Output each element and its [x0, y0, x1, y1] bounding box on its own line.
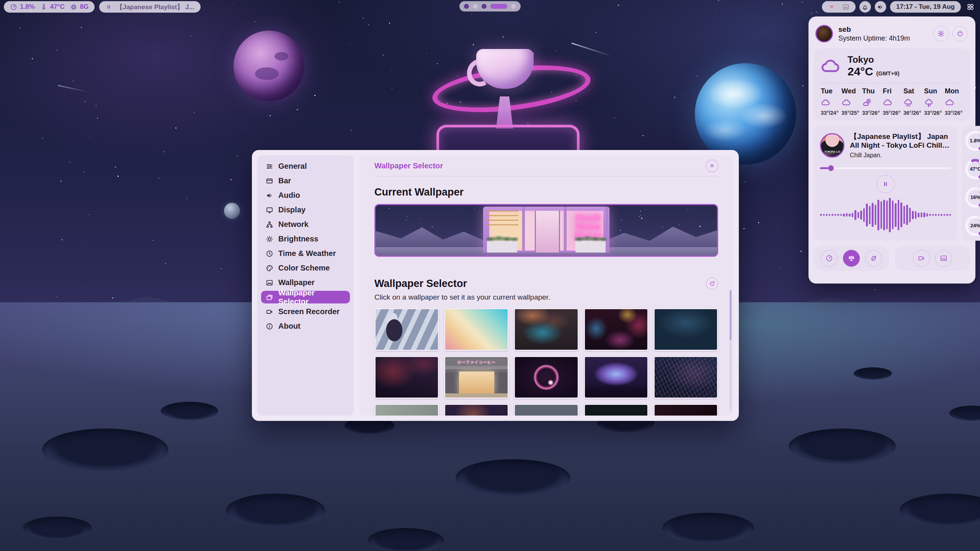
- leaf-icon: [870, 254, 877, 262]
- wallpaper-thumbnail-anime-crosswalk[interactable]: [374, 308, 439, 351]
- sidebar-item-general[interactable]: General: [261, 160, 350, 173]
- image-icon: [266, 279, 273, 287]
- cpu-temp: 47°C: [40, 3, 65, 11]
- powersaver-profile-button[interactable]: [865, 250, 882, 267]
- weather-timezone: (GMT+9): [876, 70, 899, 77]
- scrollbar-thumb[interactable]: [730, 290, 732, 340]
- wallpaper-thumbnail-blur-teal-orange[interactable]: [514, 308, 578, 351]
- wallpaper-thumbnail-slate-gradient[interactable]: [514, 404, 578, 416]
- media-artist: Chill Japan.: [850, 152, 951, 159]
- wallpaper-thumbnail-dark-maroon[interactable]: [653, 404, 718, 416]
- stat-ring: 47°C: [964, 158, 980, 180]
- stat-value: 1.8%: [964, 130, 980, 152]
- sidebar-item-time-weather[interactable]: Time & Weather: [261, 247, 350, 260]
- gear-icon: [937, 30, 945, 37]
- forecast-day-label: Thu: [862, 87, 875, 95]
- slider-knob[interactable]: [828, 165, 834, 171]
- forecast-day: Fri 35°/26°: [883, 87, 901, 116]
- forecast-day: Mon 33°/26°: [945, 87, 963, 116]
- sun-cloud-icon: [862, 98, 872, 108]
- wallpaper-thumbnail-purple-ring[interactable]: [514, 356, 578, 399]
- power-profile-group: [814, 246, 889, 271]
- network-icon: [266, 221, 273, 228]
- settings-button[interactable]: [933, 26, 949, 41]
- user-name: seb: [838, 25, 910, 34]
- stat-value: 47°C: [964, 158, 980, 180]
- sidebar-item-color-scheme[interactable]: Color Scheme: [261, 262, 350, 274]
- screen-record-button[interactable]: [913, 250, 930, 267]
- app-launcher-button[interactable]: [965, 1, 976, 13]
- forecast-day: Thu 33°/26°: [862, 87, 880, 116]
- shop-sign-text: ローファイコーヒー: [445, 360, 508, 365]
- system-tray[interactable]: [822, 1, 856, 13]
- sidebar-item-network[interactable]: Network: [261, 218, 350, 231]
- settings-window: General Bar Audio Display Network Bright…: [252, 150, 739, 421]
- gauge-icon: [825, 254, 833, 262]
- power-button[interactable]: [952, 26, 968, 41]
- sidebar-item-label: Network: [278, 220, 309, 229]
- screenshot-tray-icon[interactable]: [842, 3, 849, 11]
- wallpaper-thumbnail-dark-teal[interactable]: [584, 404, 648, 416]
- wallpaper-thumbnail-lofi-coffee-shop[interactable]: ローファイコーヒー: [444, 356, 509, 399]
- scrollbar[interactable]: [730, 290, 732, 410]
- sidebar-item-about[interactable]: About: [261, 320, 350, 333]
- window-title: Wallpaper Selector: [374, 161, 443, 170]
- play-pause-button[interactable]: [876, 175, 895, 193]
- system-stats-column: 1.8% 47°C 16%: [962, 126, 980, 241]
- sidebar-item-brightness[interactable]: Brightness: [261, 233, 350, 245]
- close-button[interactable]: ×: [706, 160, 718, 172]
- forecast-temps: 36°/26°: [903, 110, 921, 116]
- cafe-planter: [575, 241, 606, 253]
- refresh-button[interactable]: [706, 277, 718, 290]
- forecast-temps: 33°/26°: [945, 110, 962, 116]
- wallpaper-thumbnail-blossom-night[interactable]: [444, 404, 509, 416]
- forecast-day-label: Tue: [821, 87, 833, 95]
- clock-pill[interactable]: 17:17 - Tue, 19 Aug: [890, 1, 961, 13]
- volume-button[interactable]: [875, 1, 886, 13]
- sidebar-item-wallpaper-selector[interactable]: Wallpaper Selector: [261, 291, 350, 303]
- wallpaper-thumbnail-crimson-ruins[interactable]: [374, 356, 439, 399]
- workspace-2-empty[interactable]: [473, 4, 478, 9]
- performance-profile-button[interactable]: [821, 250, 838, 267]
- sidebar-item-wallpaper[interactable]: Wallpaper: [261, 276, 350, 289]
- wallpaper-thumbnail-neon-arcade[interactable]: [584, 308, 648, 351]
- settings-content: Wallpaper Selector × Current Wallpaper F…: [359, 155, 733, 416]
- content-header: Wallpaper Selector ×: [374, 155, 718, 176]
- memory-usage: 8G: [70, 3, 89, 11]
- cloud-icon: [821, 98, 831, 108]
- sidebar-item-audio[interactable]: Audio: [261, 189, 350, 202]
- wallpaper-thumbnail-wire-mesh[interactable]: [653, 356, 718, 399]
- cafe-planter: [487, 241, 517, 253]
- workspace-5-empty[interactable]: [511, 4, 516, 9]
- workspace-3-occupied[interactable]: [482, 4, 487, 9]
- notifications-button[interactable]: [859, 1, 871, 13]
- sidebar-item-label: Wallpaper: [278, 278, 315, 287]
- media-pill[interactable]: 【Japanese Playlist】 J...: [99, 1, 200, 13]
- sidebar-item-bar[interactable]: Bar: [261, 174, 350, 187]
- camera-icon: [918, 254, 925, 262]
- system-stats-pill[interactable]: 1.8% 47°C 8G: [4, 1, 95, 13]
- forecast-day: Wed 35°/25°: [841, 87, 860, 116]
- gallery-icon: [266, 293, 273, 301]
- workspace-4-active[interactable]: [490, 4, 507, 9]
- pause-icon: [882, 180, 889, 188]
- cpu-icon: [70, 3, 77, 11]
- wallpaper-thumbnail-dark-forest[interactable]: [653, 308, 718, 351]
- wallpaper-thumbnail-sage-field[interactable]: [374, 404, 439, 416]
- sidebar-item-display[interactable]: Display: [261, 204, 350, 216]
- wallpaper-thumbnail-nebula-forest[interactable]: [584, 356, 648, 399]
- media-progress-slider[interactable]: [820, 165, 951, 171]
- clock-icon: [266, 250, 273, 258]
- cat-tray-icon[interactable]: [828, 3, 835, 11]
- workspaces: [459, 1, 521, 11]
- workspace-indicator: [459, 1, 521, 11]
- cloud-icon: [883, 98, 893, 108]
- wallpaper-thumbnail-pastel-gradient[interactable]: [444, 308, 509, 351]
- sidebar-item-screen-recorder[interactable]: Screen Recorder: [261, 305, 350, 318]
- workspace-1-occupied[interactable]: [464, 4, 469, 9]
- sidebar-item-label: Brightness: [278, 235, 318, 243]
- audio-visualizer: [820, 196, 951, 235]
- balanced-profile-button[interactable]: [843, 250, 860, 267]
- speaker-icon: [266, 192, 273, 199]
- wallpaper-tool-button[interactable]: [935, 250, 952, 267]
